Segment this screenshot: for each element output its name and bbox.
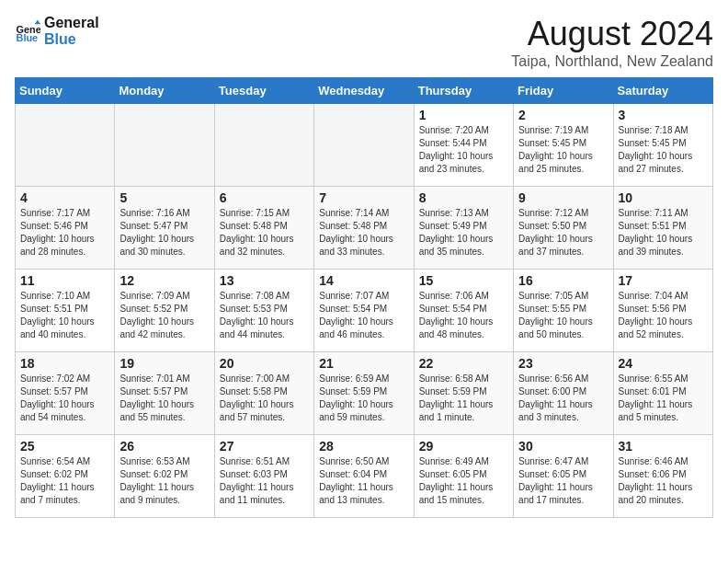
calendar-cell: 30Sunrise: 6:47 AMSunset: 6:05 PMDayligh… — [514, 435, 613, 518]
logo-general: General — [44, 15, 99, 31]
calendar-week-row: 25Sunrise: 6:54 AMSunset: 6:02 PMDayligh… — [16, 435, 713, 518]
day-info: Sunrise: 7:19 AMSunset: 5:45 PMDaylight:… — [518, 124, 608, 176]
calendar-cell: 31Sunrise: 6:46 AMSunset: 6:06 PMDayligh… — [613, 435, 712, 518]
day-number: 30 — [518, 439, 608, 454]
day-number: 11 — [20, 273, 109, 288]
day-info: Sunrise: 7:05 AMSunset: 5:55 PMDaylight:… — [518, 290, 608, 341]
weekday-header: Sunday — [16, 78, 115, 104]
svg-text:Blue: Blue — [17, 31, 39, 42]
day-number: 6 — [220, 190, 309, 205]
day-number: 26 — [119, 439, 209, 454]
calendar-cell — [115, 104, 214, 187]
calendar-week-row: 1Sunrise: 7:20 AMSunset: 5:44 PMDaylight… — [16, 104, 713, 187]
calendar-cell: 2Sunrise: 7:19 AMSunset: 5:45 PMDaylight… — [514, 104, 613, 187]
day-info: Sunrise: 7:16 AMSunset: 5:47 PMDaylight:… — [119, 207, 209, 259]
calendar-cell: 22Sunrise: 6:58 AMSunset: 5:59 PMDayligh… — [414, 352, 513, 435]
day-info: Sunrise: 7:13 AMSunset: 5:49 PMDaylight:… — [419, 207, 508, 259]
day-info: Sunrise: 6:50 AMSunset: 6:04 PMDaylight:… — [319, 455, 408, 507]
day-info: Sunrise: 6:55 AMSunset: 6:01 PMDaylight:… — [619, 373, 708, 424]
calendar-cell: 26Sunrise: 6:53 AMSunset: 6:02 PMDayligh… — [115, 435, 214, 518]
day-info: Sunrise: 7:15 AMSunset: 5:48 PMDaylight:… — [220, 207, 309, 259]
day-number: 18 — [20, 356, 109, 371]
day-number: 23 — [518, 356, 608, 371]
logo: General Blue General Blue — [15, 15, 99, 47]
location: Taipa, Northland, New Zealand — [511, 53, 713, 70]
day-number: 14 — [319, 273, 408, 288]
day-number: 2 — [518, 108, 608, 122]
calendar-cell: 25Sunrise: 6:54 AMSunset: 6:02 PMDayligh… — [16, 435, 115, 518]
day-info: Sunrise: 7:01 AMSunset: 5:57 PMDaylight:… — [119, 373, 209, 424]
day-number: 28 — [319, 439, 408, 454]
day-number: 19 — [119, 356, 209, 371]
page-header: General Blue General Blue August 2024 Ta… — [15, 15, 713, 70]
calendar-cell: 7Sunrise: 7:14 AMSunset: 5:48 PMDaylight… — [314, 187, 414, 270]
day-number: 10 — [619, 190, 708, 205]
day-info: Sunrise: 7:14 AMSunset: 5:48 PMDaylight:… — [319, 207, 408, 259]
day-info: Sunrise: 7:10 AMSunset: 5:51 PMDaylight:… — [20, 290, 109, 341]
calendar-table: SundayMondayTuesdayWednesdayThursdayFrid… — [15, 77, 713, 518]
day-number: 25 — [20, 439, 109, 454]
title-area: August 2024 Taipa, Northland, New Zealan… — [511, 15, 713, 70]
day-number: 20 — [220, 356, 309, 371]
calendar-cell: 20Sunrise: 7:00 AMSunset: 5:58 PMDayligh… — [214, 352, 313, 435]
calendar-cell: 8Sunrise: 7:13 AMSunset: 5:49 PMDaylight… — [414, 187, 513, 270]
day-info: Sunrise: 7:08 AMSunset: 5:53 PMDaylight:… — [220, 290, 309, 341]
calendar-cell: 18Sunrise: 7:02 AMSunset: 5:57 PMDayligh… — [16, 352, 115, 435]
logo-blue: Blue — [44, 31, 99, 48]
calendar-cell: 28Sunrise: 6:50 AMSunset: 6:04 PMDayligh… — [314, 435, 414, 518]
day-number: 7 — [319, 190, 408, 205]
calendar-cell: 19Sunrise: 7:01 AMSunset: 5:57 PMDayligh… — [115, 352, 214, 435]
day-info: Sunrise: 7:11 AMSunset: 5:51 PMDaylight:… — [619, 207, 708, 259]
calendar-cell: 24Sunrise: 6:55 AMSunset: 6:01 PMDayligh… — [613, 352, 712, 435]
calendar-cell: 10Sunrise: 7:11 AMSunset: 5:51 PMDayligh… — [613, 187, 712, 270]
day-info: Sunrise: 7:06 AMSunset: 5:54 PMDaylight:… — [419, 290, 508, 341]
calendar-cell: 4Sunrise: 7:17 AMSunset: 5:46 PMDaylight… — [16, 187, 115, 270]
day-number: 12 — [119, 273, 209, 288]
day-info: Sunrise: 7:00 AMSunset: 5:58 PMDaylight:… — [220, 373, 309, 424]
day-info: Sunrise: 7:07 AMSunset: 5:54 PMDaylight:… — [319, 290, 408, 341]
calendar-cell — [214, 104, 313, 187]
day-number: 8 — [419, 190, 508, 205]
calendar-cell — [314, 104, 414, 187]
calendar-week-row: 4Sunrise: 7:17 AMSunset: 5:46 PMDaylight… — [16, 187, 713, 270]
weekday-header: Friday — [514, 78, 613, 104]
day-number: 27 — [220, 439, 309, 454]
day-number: 13 — [220, 273, 309, 288]
weekday-header: Saturday — [613, 78, 712, 104]
svg-marker-2 — [35, 19, 40, 24]
calendar-cell: 27Sunrise: 6:51 AMSunset: 6:03 PMDayligh… — [214, 435, 313, 518]
calendar-cell: 12Sunrise: 7:09 AMSunset: 5:52 PMDayligh… — [115, 270, 214, 352]
day-info: Sunrise: 7:12 AMSunset: 5:50 PMDaylight:… — [518, 207, 608, 259]
calendar-cell: 6Sunrise: 7:15 AMSunset: 5:48 PMDaylight… — [214, 187, 313, 270]
day-info: Sunrise: 7:09 AMSunset: 5:52 PMDaylight:… — [119, 290, 209, 341]
calendar-cell — [16, 104, 115, 187]
day-number: 4 — [20, 190, 109, 205]
calendar-cell: 1Sunrise: 7:20 AMSunset: 5:44 PMDaylight… — [414, 104, 513, 187]
weekday-header: Monday — [115, 78, 214, 104]
weekday-header: Tuesday — [214, 78, 313, 104]
day-info: Sunrise: 7:02 AMSunset: 5:57 PMDaylight:… — [20, 373, 109, 424]
calendar-cell: 5Sunrise: 7:16 AMSunset: 5:47 PMDaylight… — [115, 187, 214, 270]
day-number: 9 — [518, 190, 608, 205]
day-number: 17 — [619, 273, 708, 288]
day-info: Sunrise: 6:49 AMSunset: 6:05 PMDaylight:… — [419, 455, 508, 507]
weekday-header-row: SundayMondayTuesdayWednesdayThursdayFrid… — [16, 78, 713, 104]
day-info: Sunrise: 6:46 AMSunset: 6:06 PMDaylight:… — [619, 455, 708, 507]
day-number: 1 — [419, 108, 508, 122]
day-info: Sunrise: 7:17 AMSunset: 5:46 PMDaylight:… — [20, 207, 109, 259]
day-info: Sunrise: 6:54 AMSunset: 6:02 PMDaylight:… — [20, 455, 109, 507]
day-info: Sunrise: 7:18 AMSunset: 5:45 PMDaylight:… — [619, 124, 708, 176]
day-info: Sunrise: 6:53 AMSunset: 6:02 PMDaylight:… — [119, 455, 209, 507]
day-info: Sunrise: 6:47 AMSunset: 6:05 PMDaylight:… — [518, 455, 608, 507]
day-info: Sunrise: 6:51 AMSunset: 6:03 PMDaylight:… — [220, 455, 309, 507]
day-number: 16 — [518, 273, 608, 288]
month-title: August 2024 — [511, 15, 713, 53]
day-info: Sunrise: 6:59 AMSunset: 5:59 PMDaylight:… — [319, 373, 408, 424]
day-number: 5 — [119, 190, 209, 205]
calendar-cell: 15Sunrise: 7:06 AMSunset: 5:54 PMDayligh… — [414, 270, 513, 352]
day-info: Sunrise: 6:56 AMSunset: 6:00 PMDaylight:… — [518, 373, 608, 424]
day-info: Sunrise: 7:20 AMSunset: 5:44 PMDaylight:… — [419, 124, 508, 176]
calendar-cell: 23Sunrise: 6:56 AMSunset: 6:00 PMDayligh… — [514, 352, 613, 435]
calendar-cell: 21Sunrise: 6:59 AMSunset: 5:59 PMDayligh… — [314, 352, 414, 435]
calendar-week-row: 18Sunrise: 7:02 AMSunset: 5:57 PMDayligh… — [16, 352, 713, 435]
